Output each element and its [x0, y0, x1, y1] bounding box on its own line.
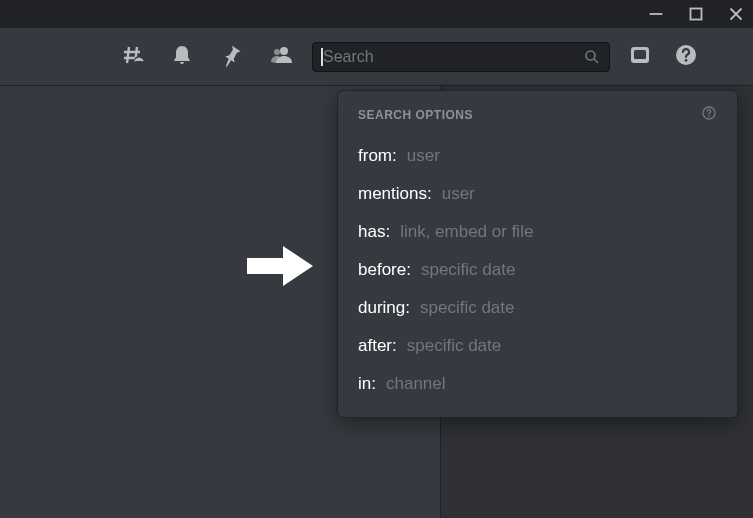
search-option-mentions[interactable]: mentions: user: [358, 175, 717, 213]
header-right-icons: [628, 43, 698, 71]
muted-channels-button[interactable]: [120, 43, 144, 71]
member-list-button[interactable]: [270, 43, 294, 71]
window-minimize-button[interactable]: [645, 3, 667, 25]
option-hint: user: [407, 146, 440, 166]
search-option-from[interactable]: from: user: [358, 137, 717, 175]
option-hint: link, embed or file: [400, 222, 533, 242]
channel-header: [0, 28, 753, 86]
option-hint: specific date: [421, 260, 516, 280]
members-icon: [270, 43, 294, 67]
close-icon: [725, 2, 747, 26]
svg-point-10: [685, 59, 688, 62]
search-icon: [583, 48, 601, 66]
svg-line-6: [594, 59, 598, 63]
pinned-messages-button[interactable]: [220, 43, 244, 71]
option-key: in:: [358, 374, 376, 394]
option-key: from:: [358, 146, 397, 166]
help-small-icon: [701, 105, 717, 121]
search-bar[interactable]: [312, 42, 610, 72]
inbox-button[interactable]: [628, 43, 652, 71]
option-key: during:: [358, 298, 410, 318]
search-input[interactable]: [313, 43, 583, 71]
svg-point-4: [274, 49, 280, 55]
option-hint: channel: [386, 374, 446, 394]
help-icon: [674, 43, 698, 67]
option-hint: specific date: [407, 336, 502, 356]
svg-point-5: [586, 51, 595, 60]
option-key: after:: [358, 336, 397, 356]
option-hint: specific date: [420, 298, 515, 318]
svg-rect-0: [650, 13, 663, 15]
minimize-icon: [645, 2, 667, 26]
window-maximize-button[interactable]: [685, 3, 707, 25]
popover-title: SEARCH OPTIONS: [358, 108, 473, 122]
hash-muted-icon: [120, 43, 144, 67]
notifications-button[interactable]: [170, 43, 194, 71]
inbox-icon: [628, 43, 652, 67]
maximize-icon: [685, 2, 707, 26]
option-key: has:: [358, 222, 390, 242]
svg-rect-8: [634, 50, 646, 59]
annotation-arrow: [245, 242, 315, 294]
option-hint: user: [442, 184, 475, 204]
svg-point-3: [280, 47, 288, 55]
search-option-during[interactable]: during: specific date: [358, 289, 717, 327]
option-key: before:: [358, 260, 411, 280]
search-option-after[interactable]: after: specific date: [358, 327, 717, 365]
bell-icon: [170, 43, 194, 67]
search-option-has[interactable]: has: link, embed or file: [358, 213, 717, 251]
svg-rect-1: [691, 9, 702, 20]
option-key: mentions:: [358, 184, 432, 204]
svg-point-12: [708, 116, 710, 118]
help-button[interactable]: [674, 43, 698, 71]
search-option-before[interactable]: before: specific date: [358, 251, 717, 289]
text-caret: [321, 48, 323, 66]
pin-icon: [220, 43, 244, 67]
search-option-in[interactable]: in: channel: [358, 365, 717, 403]
window-titlebar: [0, 0, 753, 28]
search-options-popover: SEARCH OPTIONS from: user mentions: user…: [337, 90, 738, 418]
header-icon-group: [120, 43, 312, 71]
search-help-button[interactable]: [701, 105, 717, 125]
window-close-button[interactable]: [725, 3, 747, 25]
arrow-right-icon: [245, 242, 315, 290]
